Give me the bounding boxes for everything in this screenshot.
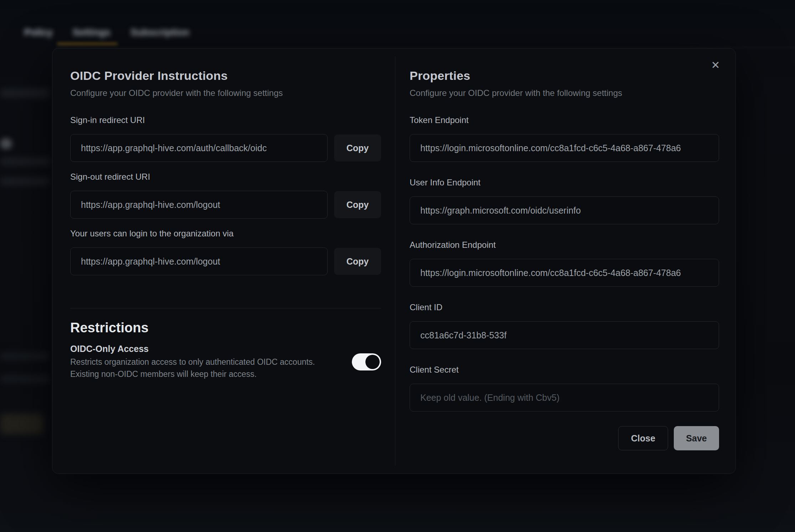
- tab-policy[interactable]: Policy: [14, 22, 63, 43]
- user-info-endpoint-label: User Info Endpoint: [410, 178, 719, 187]
- client-secret-input[interactable]: [410, 384, 719, 411]
- oidc-only-access-label: OIDC-Only Access: [70, 343, 341, 354]
- background-blurred-text: [0, 352, 49, 360]
- client-secret-label: Client Secret: [410, 365, 719, 374]
- background-blurred-text: [0, 375, 50, 383]
- page: Policy Settings Subscription ✕ OIDC Prov…: [0, 0, 795, 532]
- background-blurred-text: [0, 88, 50, 98]
- background-blurred-text: [0, 158, 51, 165]
- save-button[interactable]: Save: [674, 426, 719, 450]
- copy-sign-out-uri-button[interactable]: Copy: [334, 191, 381, 218]
- sign-out-redirect-uri-input[interactable]: [70, 191, 328, 219]
- token-endpoint-input[interactable]: [410, 134, 719, 162]
- copy-sign-in-uri-button[interactable]: Copy: [334, 134, 381, 162]
- sign-in-redirect-uri-input[interactable]: [70, 134, 328, 162]
- authorization-endpoint-input[interactable]: [410, 259, 719, 287]
- description-line-1: Restricts organization access to only au…: [70, 356, 341, 368]
- restrictions-title: Restrictions: [70, 319, 381, 336]
- token-endpoint-label: Token Endpoint: [410, 116, 719, 125]
- instructions-column: OIDC Provider Instructions Configure you…: [70, 48, 381, 380]
- toggle-knob: [365, 355, 380, 369]
- tab-settings[interactable]: Settings: [63, 22, 121, 43]
- properties-column: Properties Configure your OIDC provider …: [410, 48, 719, 450]
- properties-title: Properties: [410, 68, 719, 83]
- sign-out-redirect-uri-label: Sign-out redirect URI: [70, 172, 381, 181]
- oidc-only-access-toggle[interactable]: [352, 353, 381, 370]
- background-blurred-button: [0, 414, 43, 434]
- description-line-2: Existing non-OIDC members will keep thei…: [70, 368, 341, 380]
- login-via-label: Your users can login to the organization…: [70, 229, 381, 238]
- background-tab-bar: Policy Settings Subscription: [14, 22, 199, 43]
- sign-in-redirect-uri-label: Sign-in redirect URI: [70, 116, 381, 125]
- tab-subscription[interactable]: Subscription: [120, 22, 199, 43]
- user-info-endpoint-input[interactable]: [410, 196, 719, 224]
- authorization-endpoint-label: Authorization Endpoint: [410, 240, 719, 250]
- copy-login-uri-button[interactable]: Copy: [334, 248, 381, 275]
- oidc-only-access-description: Restricts organization access to only au…: [70, 356, 341, 380]
- instructions-title: OIDC Provider Instructions: [70, 68, 381, 83]
- client-id-input[interactable]: [410, 321, 719, 349]
- login-via-input[interactable]: [70, 247, 328, 275]
- restrictions-divider: [70, 308, 381, 308]
- background-blurred-text: [0, 178, 50, 185]
- close-button[interactable]: Close: [618, 426, 668, 450]
- client-id-label: Client ID: [410, 303, 719, 312]
- column-divider: [395, 56, 395, 466]
- background-blurred-icon: [0, 138, 12, 149]
- active-tab-underline: [57, 43, 118, 45]
- properties-subtitle: Configure your OIDC provider with the fo…: [410, 88, 719, 98]
- oidc-settings-dialog: ✕ OIDC Provider Instructions Configure y…: [52, 48, 736, 474]
- instructions-subtitle: Configure your OIDC provider with the fo…: [70, 88, 381, 98]
